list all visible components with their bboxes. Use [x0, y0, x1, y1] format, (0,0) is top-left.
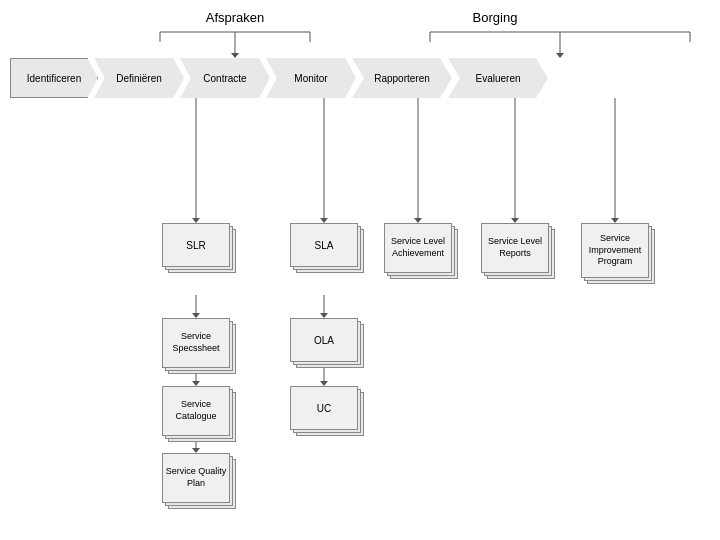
svg-marker-9 — [556, 53, 564, 58]
borging-label: Borging — [455, 10, 535, 25]
svg-marker-7 — [231, 53, 239, 58]
identificeren-step: Identificeren — [10, 58, 98, 98]
rapporteren-step: Rapporteren — [352, 58, 452, 98]
diagram: Afspraken Borging Identificeren Definiër… — [0, 0, 720, 540]
contracte-step: Contracte — [180, 58, 270, 98]
monitoren-step: Monitor — [266, 58, 356, 98]
afspraken-label: Afspraken — [185, 10, 285, 25]
definieren-step: Definiëren — [94, 58, 184, 98]
evalueren-step: Evalueren — [448, 58, 548, 98]
